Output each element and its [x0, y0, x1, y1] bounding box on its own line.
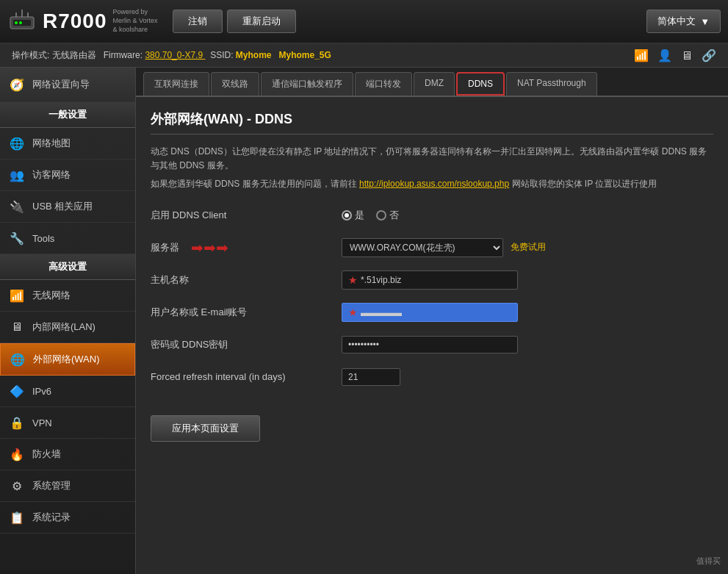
ddns-disable-radio[interactable]: 否 — [376, 209, 399, 222]
main-layout: 🧭 网络设置向导 一般设置 🌐 网络地图 👥 访客网络 🔌 USB 相关应用 🔧… — [0, 68, 728, 574]
ddns-client-label: 启用 DDNS Client — [151, 209, 342, 222]
content-area: 互联网连接 双线路 通信端口触发程序 端口转发 DMZ DDNS NAT Pas… — [136, 68, 728, 574]
sidebar-item-vpn[interactable]: 🔒 VPN — [0, 407, 135, 439]
tab-dmz[interactable]: DMZ — [414, 72, 455, 96]
share-icon: 🔗 — [702, 49, 716, 62]
username-masked: ★ ▬▬▬▬ — [342, 303, 518, 322]
status-text: 操作模式: 无线路由器 Firmware: 380.70_0-X7.9 SSID… — [12, 49, 331, 62]
radio-yes-circle — [342, 210, 352, 220]
refresh-label: Forced refresh interval (in days) — [151, 371, 342, 382]
setup-icon: 🧭 — [9, 76, 25, 93]
refresh-control — [342, 368, 713, 386]
tab-nat[interactable]: NAT Passthrough — [506, 72, 597, 96]
sidebar-item-wan[interactable]: 🌐 外部网络(WAN) — [0, 343, 135, 376]
ssid-main: Myhome — [236, 50, 272, 60]
lang-select: 简体中文 ▼ — [646, 10, 721, 33]
sidebar-item-firewall[interactable]: 🔥 防火墙 — [0, 439, 135, 470]
monitor-icon: 🖥 — [681, 49, 693, 62]
network-map-icon: 🌐 — [9, 135, 25, 151]
ipv6-icon: 🔷 — [9, 383, 25, 399]
apply-section: 应用本页面设置 — [151, 403, 713, 442]
firmware-link[interactable]: 380.70_0-X7.9 — [145, 50, 205, 60]
firewall-icon: 🔥 — [9, 446, 25, 462]
guest-icon: 👥 — [9, 167, 25, 183]
sidebar-item-usb[interactable]: 🔌 USB 相关应用 — [0, 191, 135, 223]
sidebar-item-guest-network[interactable]: 👥 访客网络 — [0, 159, 135, 191]
general-section-header: 一般设置 — [0, 102, 135, 128]
svg-point-2 — [15, 21, 18, 24]
password-control — [342, 336, 713, 354]
form-row-ddns-client: 启用 DDNS Client 是 否 — [151, 204, 713, 227]
username-label: 用户名称或 E-mail账号 — [151, 306, 342, 319]
sidebar-item-network-map[interactable]: 🌐 网络地图 — [0, 128, 135, 159]
wan-icon: 🌐 — [10, 351, 26, 367]
syslog-icon: 📋 — [9, 509, 25, 525]
ddns-form: 启用 DDNS Client 是 否 — [151, 204, 713, 442]
tab-ddns[interactable]: DDNS — [456, 72, 505, 96]
powered-by-text: Powered by Merlin & Vortex & koolshare — [113, 8, 158, 34]
form-row-hostname: 主机名称 ★ *.51vip.biz — [151, 268, 713, 292]
form-row-password: 密码或 DDNS密钥 — [151, 333, 713, 356]
tab-internet[interactable]: 互联网连接 — [143, 72, 209, 96]
svg-point-3 — [19, 21, 22, 24]
sidebar-item-syslog[interactable]: 📋 系统记录 — [0, 502, 135, 534]
header: R7000 Powered by Merlin & Vortex & kools… — [0, 0, 728, 44]
header-buttons: 注销 重新启动 — [173, 10, 296, 33]
logo-area: R7000 Powered by Merlin & Vortex & kools… — [7, 7, 158, 36]
sidebar-item-wireless[interactable]: 📶 无线网络 — [0, 280, 135, 312]
user-star-icon: ★ — [348, 306, 358, 318]
sidebar-item-ipv6[interactable]: 🔷 IPv6 — [0, 376, 135, 407]
description: 动态 DNS（DDNS）让您即使在没有静态 IP 地址的情况下，仍可将服务器连同… — [151, 145, 713, 192]
admin-icon: ⚙ — [9, 478, 25, 494]
tab-bar: 互联网连接 双线路 通信端口触发程序 端口转发 DMZ DDNS NAT Pas… — [136, 68, 728, 97]
tab-port-trigger[interactable]: 通信端口触发程序 — [261, 72, 353, 96]
language-button[interactable]: 简体中文 ▼ — [646, 10, 721, 33]
form-row-refresh: Forced refresh interval (in days) — [151, 365, 713, 389]
arrow-annotation: ➡➡➡ — [191, 239, 228, 256]
router-icon — [7, 7, 37, 36]
sidebar-item-tools[interactable]: 🔧 Tools — [0, 223, 135, 254]
username-dots: ▬▬▬▬ — [361, 306, 402, 318]
watermark: 值得买 — [696, 556, 721, 567]
apply-button[interactable]: 应用本页面设置 — [151, 415, 260, 442]
page-title: 外部网络(WAN) - DDNS — [151, 110, 713, 134]
advanced-section-header: 高级设置 — [0, 254, 135, 280]
page-content: 外部网络(WAN) - DDNS 动态 DNS（DDNS）让您即使在没有静态 I… — [136, 97, 728, 574]
sidebar-item-lan[interactable]: 🖥 内部网络(LAN) — [0, 312, 135, 343]
restart-button[interactable]: 重新启动 — [227, 10, 296, 33]
hostname-control: ★ *.51vip.biz — [342, 270, 713, 290]
tab-dualwan[interactable]: 双线路 — [211, 72, 259, 96]
wireless-icon: 📶 — [9, 287, 25, 304]
logo-text: R7000 — [43, 10, 107, 33]
sidebar-item-setup[interactable]: 🧭 网络设置向导 — [0, 68, 135, 102]
users-icon: 👤 — [657, 49, 672, 62]
form-row-username: 用户名称或 E-mail账号 ★ ▬▬▬▬ — [151, 301, 713, 324]
username-control: ★ ▬▬▬▬ — [342, 303, 713, 322]
usb-icon: 🔌 — [9, 198, 25, 215]
star-icon: ★ — [348, 274, 358, 286]
sidebar: 🧭 网络设置向导 一般设置 🌐 网络地图 👥 访客网络 🔌 USB 相关应用 🔧… — [0, 68, 136, 574]
server-label: 服务器 ➡➡➡ — [151, 239, 342, 256]
hostname-display: ★ *.51vip.biz — [342, 270, 518, 290]
server-select[interactable]: WWW.ORAY.COM(花生壳) — [342, 238, 503, 257]
server-control: WWW.ORAY.COM(花生壳) 免费试用 — [342, 238, 713, 257]
ddns-radio-group: 是 否 — [342, 209, 399, 222]
status-bar: 操作模式: 无线路由器 Firmware: 380.70_0-X7.9 SSID… — [0, 44, 728, 68]
tools-icon: 🔧 — [9, 230, 25, 246]
refresh-input[interactable] — [342, 368, 400, 386]
password-input[interactable] — [342, 336, 518, 354]
lan-icon: 🖥 — [9, 319, 25, 335]
hostname-text: *.51vip.biz — [361, 275, 401, 285]
sidebar-item-admin[interactable]: ⚙ 系统管理 — [0, 470, 135, 502]
vpn-icon: 🔒 — [9, 415, 25, 431]
password-label: 密码或 DDNS密钥 — [151, 338, 342, 351]
logout-button[interactable]: 注销 — [173, 10, 223, 33]
status-icons: 📶 👤 🖥 🔗 — [634, 49, 716, 62]
chevron-down-icon: ▼ — [700, 16, 710, 27]
tab-portforward[interactable]: 端口转发 — [355, 72, 412, 96]
radio-no-circle — [376, 210, 386, 220]
form-row-server: 服务器 ➡➡➡ WWW.ORAY.COM(花生壳) 免费试用 — [151, 236, 713, 259]
free-trial-link[interactable]: 免费试用 — [511, 241, 546, 254]
iplookup-link[interactable]: http://iplookup.asus.com/nslookup.php — [359, 179, 509, 189]
ddns-enable-radio[interactable]: 是 — [342, 209, 364, 222]
